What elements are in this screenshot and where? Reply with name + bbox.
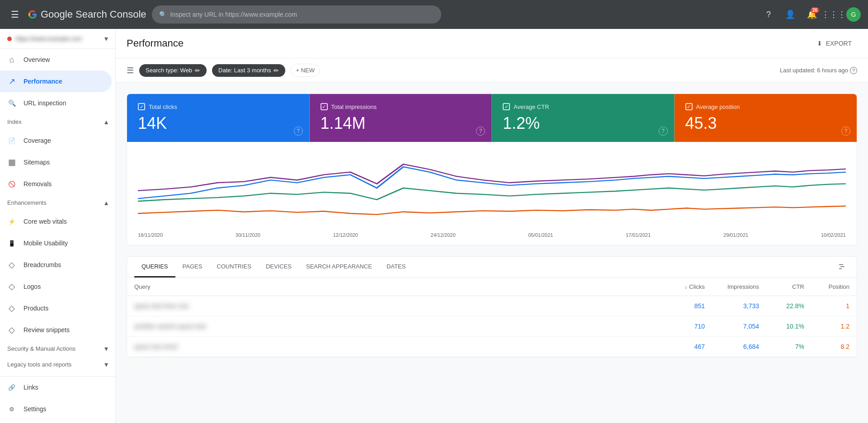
sidebar-item-settings[interactable]: ⚙ Settings (0, 398, 112, 420)
user-avatar[interactable]: G (846, 7, 861, 22)
col-header-position[interactable]: Position (804, 283, 849, 290)
date-label: Date: Last 3 months (218, 67, 271, 74)
legacy-section-header[interactable]: Legacy tools and reports ▾ (0, 357, 115, 372)
notification-count: 26 (811, 7, 819, 13)
tab-countries[interactable]: COUNTRIES (209, 257, 259, 277)
export-button[interactable]: ⬇ EXPORT (811, 36, 857, 51)
content-header: Performance ⬇ EXPORT (116, 29, 868, 58)
add-filter-label: + NEW (296, 67, 315, 74)
property-dropdown-icon: ▾ (104, 34, 108, 43)
chart-date-4: 05/01/2021 (528, 232, 553, 238)
logos-icon: ◇ (7, 282, 16, 291)
help-button[interactable]: ? (760, 5, 778, 24)
date-filter[interactable]: Date: Last 3 months ✏ (212, 64, 285, 77)
total-impressions-card[interactable]: Total impressions 1.14M ? (310, 94, 492, 142)
total-impressions-label: Total impressions (321, 103, 481, 110)
url-inspection-icon: 🔍 (7, 99, 16, 107)
sidebar-item-core-web-vitals[interactable]: ⚡ Core web vitals (0, 211, 112, 232)
average-ctr-card[interactable]: Average CTR 1.2% ? (492, 94, 675, 142)
add-filter-button[interactable]: + NEW (291, 64, 320, 77)
url-search-input[interactable] (170, 11, 434, 18)
table-row[interactable]: another search query text 710 7,054 10.1… (127, 316, 857, 337)
sidebar-label-breadcrumbs: Breadcrumbs (24, 261, 61, 268)
sidebar-item-overview[interactable]: ⌂ Overview (0, 49, 112, 70)
sidebar-item-coverage[interactable]: 📄 Coverage (0, 130, 112, 151)
hamburger-menu-icon[interactable]: ☰ (7, 5, 23, 24)
col-header-impressions[interactable]: Impressions (705, 283, 759, 290)
total-clicks-card[interactable]: Total clicks 14K ? (127, 94, 310, 142)
chart-date-0: 18/11/2020 (138, 232, 163, 238)
impressions-cell-0: 3,733 (705, 302, 759, 310)
ctr-cell-0: 22.8% (759, 302, 804, 310)
sidebar-item-url-inspection[interactable]: 🔍 URL inspection (0, 92, 112, 114)
position-cell-0: 1 (804, 302, 849, 310)
tab-queries[interactable]: QUERIES (134, 257, 175, 277)
total-clicks-label: Total clicks (138, 103, 298, 110)
sidebar-label-performance: Performance (24, 78, 62, 85)
main-content: Performance ⬇ EXPORT ☰ Search type: Web … (116, 29, 868, 423)
chart-date-1: 30/11/2020 (236, 232, 260, 238)
content-body: Total clicks 14K ? Total impressions 1.1… (116, 83, 868, 368)
property-selector[interactable]: https://www.example.com ▾ (0, 29, 115, 49)
average-position-help[interactable]: ? (841, 127, 850, 136)
help-icon: ? (766, 10, 771, 19)
sidebar-label-overview: Overview (24, 56, 50, 63)
filter-options-icon[interactable]: ☰ (127, 66, 134, 75)
sidebar-label-url-inspection: URL inspection (24, 99, 66, 107)
total-impressions-help[interactable]: ? (476, 127, 485, 136)
sidebar-label-logos: Logos (24, 283, 41, 290)
notifications-button[interactable]: 🔔 26 (803, 5, 821, 24)
total-clicks-checkbox[interactable] (138, 103, 145, 110)
tab-search-appearance[interactable]: SEARCH APPEARANCE (299, 257, 379, 277)
core-web-vitals-icon: ⚡ (7, 218, 16, 225)
apps-icon: ⋮⋮⋮ (821, 9, 846, 19)
average-position-checkbox[interactable] (685, 103, 693, 110)
sidebar-item-sitemaps[interactable]: ▦ Sitemaps (0, 151, 112, 173)
sidebar-item-logos[interactable]: ◇ Logos (0, 276, 112, 297)
performance-chart (127, 142, 857, 232)
table-filter-button[interactable] (834, 259, 849, 276)
sidebar-item-breadcrumbs[interactable]: ◇ Breadcrumbs (0, 254, 112, 276)
url-search-bar[interactable]: 🔍 (152, 5, 441, 24)
index-section-header[interactable]: Index ▴ (0, 114, 115, 130)
col-header-ctr[interactable]: CTR (759, 283, 804, 290)
sidebar-item-mobile-usability[interactable]: 📱 Mobile Usability (0, 232, 112, 254)
col-header-clicks[interactable]: ↓ Clicks (651, 283, 705, 290)
col-header-query[interactable]: Query (134, 283, 651, 290)
legacy-section-title: Legacy tools and reports (7, 361, 71, 368)
security-section-chevron: ▾ (104, 344, 108, 353)
enhancements-section-header[interactable]: Enhancements ▴ (0, 195, 115, 211)
sidebar-item-performance[interactable]: ↗ Performance (0, 70, 112, 92)
total-clicks-help[interactable]: ? (294, 127, 303, 136)
chart-date-3: 24/12/2020 (431, 232, 456, 238)
total-impressions-checkbox[interactable] (321, 103, 328, 110)
breadcrumbs-icon: ◇ (7, 260, 16, 270)
apps-button[interactable]: ⋮⋮⋮ (825, 5, 843, 24)
search-type-filter[interactable]: Search type: Web ✏ (139, 64, 207, 77)
table-row[interactable]: query text short 467 6,684 7% 8.2 (127, 337, 857, 357)
security-section-header[interactable]: Security & Manual Actions ▾ (0, 341, 115, 357)
position-line (138, 206, 846, 215)
average-position-card[interactable]: Average position 45.3 ? (675, 94, 857, 142)
tab-pages[interactable]: PAGES (175, 257, 210, 277)
review-snippets-icon: ◇ (7, 325, 16, 335)
chart-date-2: 12/12/2020 (333, 232, 358, 238)
coverage-icon: 📄 (7, 137, 16, 144)
sidebar: https://www.example.com ▾ ⌂ Overview ↗ P… (0, 29, 116, 423)
removals-icon: 🚫 (7, 181, 16, 188)
sidebar-item-products[interactable]: ◇ Products (0, 297, 112, 319)
impressions-cell-1: 7,054 (705, 323, 759, 330)
account-button[interactable]: 👤 (781, 5, 799, 24)
sidebar-item-removals[interactable]: 🚫 Removals (0, 173, 112, 195)
average-ctr-help[interactable]: ? (659, 127, 668, 136)
settings-icon: ⚙ (7, 406, 16, 413)
table-header: Query ↓ Clicks Impressions CTR Position (127, 278, 857, 296)
sidebar-item-review-snippets[interactable]: ◇ Review snippets (0, 319, 112, 341)
tab-devices[interactable]: DEVICES (259, 257, 299, 277)
query-cell-0: query text here one (134, 302, 651, 310)
tab-dates[interactable]: DATES (379, 257, 413, 277)
sidebar-item-links[interactable]: 🔗 Links (0, 376, 112, 398)
table-row[interactable]: query text here one 851 3,733 22.8% 1 (127, 296, 857, 316)
average-ctr-checkbox[interactable] (503, 103, 510, 110)
info-icon[interactable]: ? (850, 67, 857, 74)
